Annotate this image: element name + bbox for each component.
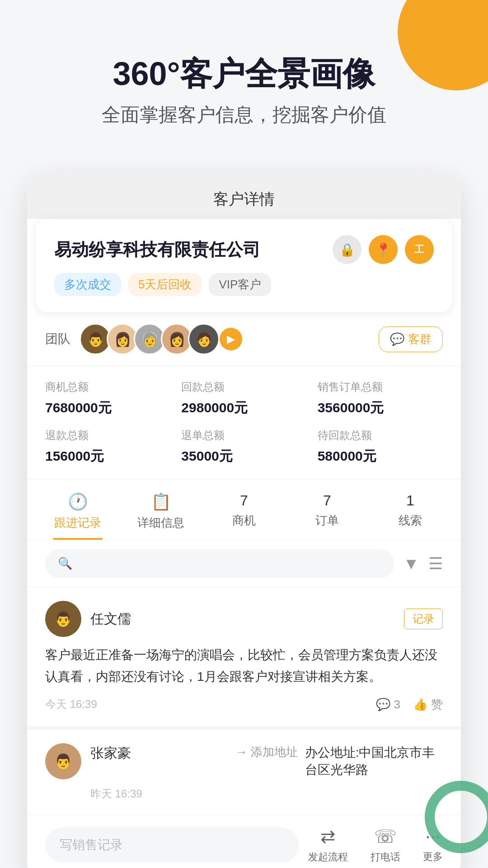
stat-pending: 待回款总额 580000元 <box>318 428 443 466</box>
tag-multiple-deal: 多次成交 <box>54 273 121 296</box>
feed-avatar-1: 👨 <box>45 601 81 637</box>
comment-icon: 💬 <box>376 698 390 712</box>
feed-time-1: 今天 16:39 <box>45 697 376 712</box>
feed-item-2: 👨 张家豪 → 添加地址 办公地址:中国北京市丰台区光华路 昨天 16:39 <box>27 730 461 815</box>
team-row: 团队 👨 👩 🧓 👩 🧑 ▶ 💬 客群 <box>27 312 461 366</box>
stat-payment-label: 回款总额 <box>181 380 306 394</box>
search-box[interactable]: 🔍 <box>45 549 394 578</box>
feed-time-2: 昨天 16:39 <box>90 787 443 801</box>
stat-refund-value: 156000元 <box>45 447 170 466</box>
feed-content-2: 办公地址:中国北京市丰台区光华路 <box>305 744 443 778</box>
stat-order-label: 销售订单总额 <box>318 380 443 394</box>
detail-header-bar: 客户详情 <box>27 173 461 219</box>
stat-opportunity: 商机总额 7680000元 <box>45 380 170 417</box>
tab-order-count: 7 <box>290 492 364 509</box>
like-icon: 👍 <box>413 698 427 712</box>
feed-item-1: 👨 任文儒 记录 客户最近正准备一场海宁的演唱会，比较忙，会员管理方案负责人还没… <box>27 587 461 729</box>
search-row: 🔍 ▼ ☰ <box>27 540 461 587</box>
tab-followup[interactable]: 🕐 跟进记录 <box>36 480 119 540</box>
company-icons: 🔒 📍 工 <box>333 235 434 264</box>
work-icon[interactable]: 工 <box>405 235 434 264</box>
like-action[interactable]: 👍 赞 <box>413 697 443 712</box>
flow-icon: ⇄ <box>320 826 336 847</box>
more-label: 更多 <box>423 850 443 863</box>
tab-clue-count: 1 <box>373 492 447 509</box>
tab-opportunity-label: 商机 <box>232 514 256 527</box>
feed-author-1: 任文儒 <box>90 610 404 628</box>
stat-opportunity-label: 商机总额 <box>45 380 170 394</box>
feed-actions-1: 💬 3 👍 赞 <box>376 697 443 712</box>
feed-author-2: 张家豪 <box>90 744 228 763</box>
followup-icon: 🕐 <box>41 492 115 511</box>
tab-order[interactable]: 7 订单 <box>286 480 369 540</box>
lock-icon[interactable]: 🔒 <box>333 235 361 264</box>
detail-bar-title: 客户详情 <box>213 190 275 208</box>
detail-icon: 📋 <box>124 492 198 511</box>
company-tags: 多次成交 5天后回收 VIP客户 <box>54 273 434 296</box>
company-name: 易动纷享科技有限责任公司 <box>54 238 333 261</box>
more-avatar-btn[interactable]: ▶ <box>220 328 242 350</box>
tabs-row: 🕐 跟进记录 📋 详细信息 7 商机 7 订单 1 线索 <box>27 480 461 540</box>
tab-opportunity-count: 7 <box>207 492 281 509</box>
feed-content-1: 客户最近正准备一场海宁的演唱会，比较忙，会员管理方案负责人还没认真看，内部还没有… <box>45 644 443 687</box>
kequn-icon: 💬 <box>390 332 404 346</box>
stat-refund: 退款总额 156000元 <box>45 428 170 466</box>
tab-followup-label: 跟进记录 <box>54 516 101 529</box>
stat-return-label: 退单总额 <box>181 428 306 443</box>
comment-count: 3 <box>394 698 400 712</box>
tag-recycle: 5天后回收 <box>128 273 202 296</box>
stat-pending-value: 580000元 <box>318 447 443 466</box>
call-icon: ☏ <box>374 826 397 847</box>
call-button[interactable]: ☏ 打电话 <box>371 826 400 864</box>
phone-mockup: 客户详情 易动纷享科技有限责任公司 🔒 📍 工 多次成交 5天后回收 VIP客户… <box>27 173 461 868</box>
bottom-actions: ⇄ 发起流程 ☏ 打电话 ··· 更多 <box>308 826 443 864</box>
like-label: 赞 <box>431 697 443 712</box>
tab-opportunity[interactable]: 7 商机 <box>202 480 286 540</box>
team-label: 团队 <box>45 330 70 348</box>
stat-pending-label: 待回款总额 <box>318 428 443 443</box>
company-card: 易动纷享科技有限责任公司 🔒 📍 工 多次成交 5天后回收 VIP客户 <box>36 219 452 312</box>
launch-flow-button[interactable]: ⇄ 发起流程 <box>308 826 348 864</box>
avatar-group: 👨 👩 🧓 👩 🧑 ▶ <box>80 323 242 355</box>
flow-label: 发起流程 <box>308 850 348 864</box>
tab-order-label: 订单 <box>315 514 339 527</box>
filter-icon[interactable]: ▼ <box>403 554 419 573</box>
comment-action[interactable]: 💬 3 <box>376 698 400 712</box>
stat-payment: 回款总额 2980000元 <box>181 380 306 417</box>
tag-vip: VIP客户 <box>209 273 271 296</box>
feed-record-tag: 记录 <box>404 609 443 629</box>
kequn-button[interactable]: 💬 客群 <box>379 326 443 352</box>
search-icon: 🔍 <box>58 557 72 571</box>
sort-icon[interactable]: ☰ <box>428 554 443 573</box>
write-record-input[interactable]: 写销售记录 <box>45 827 299 863</box>
stat-return: 退单总额 35000元 <box>181 428 306 466</box>
location-icon[interactable]: 📍 <box>369 235 398 264</box>
tab-clue-label: 线索 <box>399 514 422 527</box>
tab-clue[interactable]: 1 线索 <box>369 480 452 540</box>
call-label: 打电话 <box>371 850 400 864</box>
avatar-5: 🧑 <box>188 323 220 355</box>
feed-avatar-2: 👨 <box>45 743 81 779</box>
tab-detail-label: 详细信息 <box>137 516 184 529</box>
stat-refund-label: 退款总额 <box>45 428 170 443</box>
kequn-label: 客群 <box>408 331 432 347</box>
stat-payment-value: 2980000元 <box>181 399 306 417</box>
stat-order: 销售订单总额 3560000元 <box>318 380 443 417</box>
bottom-bar: 写销售记录 ⇄ 发起流程 ☏ 打电话 ··· 更多 <box>27 815 461 868</box>
stat-opportunity-value: 7680000元 <box>45 399 170 417</box>
main-title: 360°客户全景画像 <box>27 54 461 93</box>
sub-title: 全面掌握客户信息，挖掘客户价值 <box>27 102 461 127</box>
tab-detail[interactable]: 📋 详细信息 <box>119 480 202 540</box>
stat-order-value: 3560000元 <box>318 399 443 417</box>
stats-grid: 商机总额 7680000元 回款总额 2980000元 销售订单总额 35600… <box>27 366 461 480</box>
feed-arrow-text: → 添加地址 <box>235 744 297 760</box>
stat-return-value: 35000元 <box>181 447 306 466</box>
